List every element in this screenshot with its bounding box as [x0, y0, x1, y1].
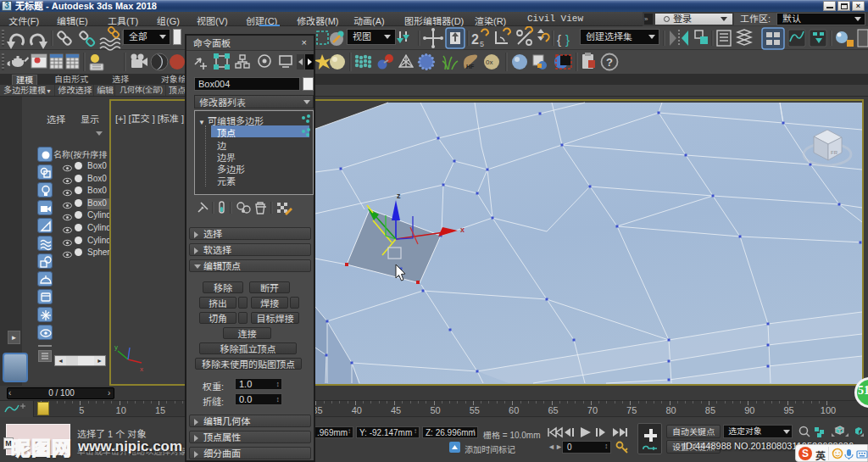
- svg-text:HF: HF: [466, 64, 475, 70]
- svg-text:0x: 0x: [486, 58, 492, 66]
- svg-text:?: ?: [606, 56, 613, 69]
- svg-text:x: x: [460, 225, 465, 234]
- svg-text:y: y: [114, 343, 118, 351]
- svg-text:FR: FR: [831, 150, 838, 155]
- svg-text:5: 5: [480, 40, 484, 48]
- svg-text:{: {: [557, 32, 561, 47]
- svg-text:}: }: [565, 32, 570, 47]
- svg-text:z: z: [397, 192, 401, 200]
- svg-text:2: 2: [471, 32, 479, 47]
- svg-text:x: x: [140, 365, 143, 373]
